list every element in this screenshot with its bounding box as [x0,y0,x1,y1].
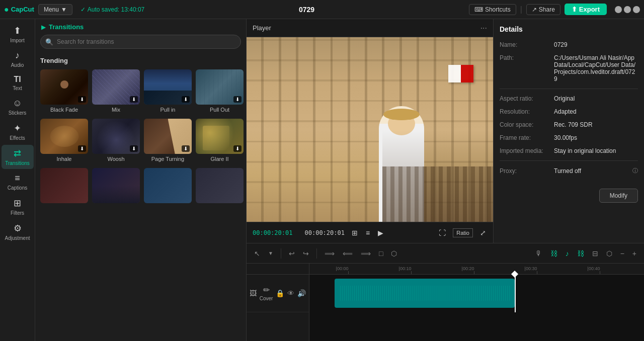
transition-mix[interactable]: ⬇ Mix [92,69,140,113]
share-button[interactable]: ↗ Share [526,4,560,15]
transition-pull-in-thumb: ⬇ [144,69,192,105]
detail-resolution-value: Adapted [554,108,638,115]
zoom-in-button[interactable]: + [630,248,639,259]
main-track-control: 🖼 ✏ Cover 🔒 👁 🔊 [247,275,309,312]
lock-track-button[interactable]: 🔒 [276,289,284,297]
undo-button[interactable]: ↩ [286,248,297,259]
detail-aspect-row: Aspect ratio: Original [500,95,638,102]
transition-row3-4[interactable] [196,168,244,203]
animate-button[interactable]: ⬡ [604,248,615,259]
import-icon: ⬆ [14,25,21,36]
transitions-grid-row2: ⬇ Inhale ⬇ Woosh [40,119,241,162]
window-controls [615,6,640,13]
app-logo: ● CapCut [4,5,34,14]
link-button[interactable]: ⛓ [548,248,560,259]
transition-pull-out-label: Pull Out [210,107,229,113]
audio-track-button[interactable]: ♪ [563,248,572,259]
timeline-body: 🖼 ✏ Cover 🔒 👁 🔊 [247,264,644,341]
fullscreen-button[interactable]: ⤢ [479,228,487,238]
playhead[interactable] [515,275,516,312]
svg-point-0 [60,80,68,89]
toolbar-text[interactable]: TI Text [2,72,34,94]
transitions-panel: ▶ Transitions 🔍 Trending ⬇ Black Fade [35,19,247,341]
transition-glare-ii-label: Glare II [210,156,228,162]
proxy-info-icon[interactable]: ⓘ [632,167,638,175]
toolbar-import[interactable]: ⬆ Import [2,22,34,46]
transition-pull-in[interactable]: ⬇ Pull in [144,69,192,113]
play-button[interactable]: ▶ [377,228,384,238]
fullscreen-expand-button[interactable]: ⛶ [438,228,447,238]
clip-connect-button[interactable]: ⛓ [575,248,587,259]
menu-button[interactable]: Menu ▼ [38,4,72,15]
transition-pull-out-thumb: ⬇ [196,69,244,105]
transition-row3-3[interactable] [144,168,192,203]
player-section: Player ··· [247,19,493,243]
player-details: Player ··· [247,19,644,243]
detail-resolution-row: Resolution: Adapted [500,108,638,115]
transitions-icon: ⇄ [14,148,21,159]
trim-right-button[interactable]: ⟹ [358,248,373,259]
transition-page-turning-thumb: ⬇ [144,119,192,154]
maximize-button[interactable] [624,6,631,13]
toolbar-transitions[interactable]: ⇄ Transitions [2,145,34,169]
toolbar-effects[interactable]: ✦ Effects [2,120,34,144]
cover-button[interactable]: ✏ Cover [260,285,273,301]
ratio-button[interactable]: Ratio [453,228,473,237]
titlebar: ● CapCut Menu ▼ ✓ Auto saved: 13:40:07 0… [0,0,644,19]
zoom-out-button[interactable]: − [618,248,627,259]
trending-section-title: Trending [40,57,241,64]
download-badge-pull-out: ⬇ [233,96,242,103]
search-icon: 🔍 [45,38,53,46]
split-button[interactable]: ⟹ [322,248,337,259]
transition-inhale[interactable]: ⬇ Inhale [40,119,88,162]
scene-icon-button[interactable]: 🖼 [250,289,257,297]
transitions-content: Trending ⬇ Black Fade [35,53,246,341]
cursor-mode-dropdown[interactable]: ▼ [266,249,276,258]
filters-icon: ⊞ [14,198,21,209]
grid-view-button[interactable]: ⊞ [351,228,359,238]
export-button[interactable]: ⬆ Export [565,4,607,15]
shortcuts-button[interactable]: ⌨ Shortcuts [469,4,516,15]
shield-button[interactable]: ⬡ [388,248,399,259]
list-view-button[interactable]: ≡ [365,228,371,238]
align-button[interactable]: ⊟ [590,248,601,259]
player-more-button[interactable]: ··· [480,24,487,33]
detail-imported-media-row: Imported media: Stay in original locatio… [500,147,638,154]
modify-button[interactable]: Modify [599,189,638,203]
transition-row3-1[interactable] [40,168,88,203]
toolbar-audio[interactable]: ♪ Audio [2,47,34,71]
toolbar-captions[interactable]: ≡ Captions [2,170,34,194]
delete-button[interactable]: □ [376,248,385,259]
effects-icon: ✦ [14,123,21,134]
trim-left-button[interactable]: ⟸ [340,248,355,259]
search-input[interactable] [40,35,241,49]
close-button[interactable] [633,6,640,13]
audio-mute-button[interactable]: 🔊 [297,289,306,297]
transition-glare-ii[interactable]: ⬇ Glare II [196,119,244,162]
detail-aspect-label: Aspect ratio: [500,95,550,102]
cursor-tool-button[interactable]: ↖ [252,248,263,259]
track-controls: 🖼 ✏ Cover 🔒 👁 🔊 [247,264,309,341]
detail-resolution-label: Resolution: [500,108,550,115]
redo-button[interactable]: ↪ [300,248,311,259]
video-clip[interactable] [335,279,515,308]
transition-row3-2[interactable] [92,168,140,203]
transition-glare-ii-thumb: ⬇ [196,119,244,154]
captions-icon: ≡ [15,173,20,184]
detail-imported-media-value: Stay in original location [554,147,638,154]
toolbar-stickers[interactable]: ☺ Stickers [2,95,34,119]
transition-inhale-thumb: ⬇ [40,119,88,154]
visibility-button[interactable]: 👁 [287,289,294,297]
detail-colorspace-value: Rec. 709 SDR [554,121,638,128]
transition-black-fade[interactable]: ⬇ Black Fade [40,69,88,113]
transition-pull-out[interactable]: ⬇ Pull Out [196,69,244,113]
microphone-button[interactable]: 🎙 [533,248,545,259]
details-title: Details [500,25,638,33]
transition-woosh[interactable]: ⬇ Woosh [92,119,140,162]
transition-black-fade-label: Black Fade [50,107,78,113]
minimize-button[interactable] [615,6,622,13]
toolbar-filters[interactable]: ⊞ Filters [2,195,34,219]
transition-page-turning[interactable]: ⬇ Page Turning [144,119,192,162]
toolbar-adjustment[interactable]: ⚙ Adjustment [2,220,34,244]
detail-name-row: Name: 0729 [500,41,638,48]
